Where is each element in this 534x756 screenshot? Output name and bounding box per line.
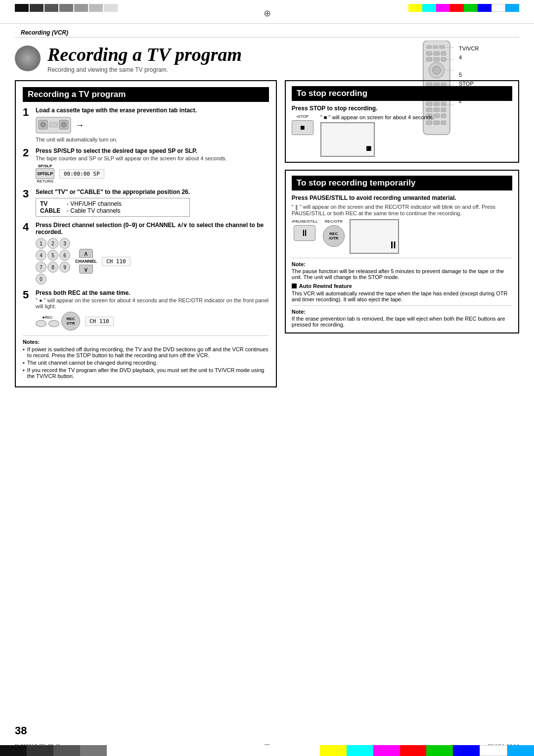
step-5: 5 Press both REC at the same time. " ● "… (23, 289, 269, 331)
stripe-6 (89, 4, 103, 12)
key-1: 1 (36, 238, 46, 249)
step-3: 3 Select "TV" or "CABLE" to the appropri… (23, 189, 269, 217)
svg-point-11 (433, 66, 441, 74)
rec-label-icon: ●REC (42, 315, 53, 320)
stop-recording-section: To stop recording Press STOP to stop rec… (285, 80, 519, 163)
final-note-desc: If the erase prevention tab is removed, … (292, 316, 512, 328)
spslp-btn-img: SP/SLP (36, 168, 54, 179)
right-column: To stop recording Press STOP to stop rec… (285, 80, 519, 387)
step-4-content: Press Direct channel selection (0–9) or … (36, 222, 269, 284)
bottom-stripe-white (480, 745, 507, 756)
svg-rect-6 (441, 51, 446, 55)
stop-button-area: •STOP ■ (292, 114, 313, 135)
step-4-title: Press Direct channel selection (0–9) or … (36, 222, 269, 236)
note-1-bullet: • (23, 346, 25, 358)
stop-illus-row: •STOP ■ " ■ " will appear on screen for … (292, 114, 512, 157)
step-3-number: 3 (23, 189, 32, 199)
svg-rect-41 (49, 122, 57, 127)
color-stripe-yellow (408, 4, 422, 12)
step-4-illus: 1 2 3 4 5 6 7 8 9 0 (36, 238, 269, 284)
key-6: 6 (59, 250, 70, 261)
step-5-title: Press both REC at the same time. (36, 289, 269, 296)
stop-screen-area: " ■ " will appear on screen for about 4 … (320, 114, 434, 157)
step-2-title: Press SP/SLP to select the desired tape … (36, 147, 227, 154)
svg-rect-8 (434, 57, 440, 61)
rec-btn-1 (36, 320, 46, 327)
note-1: • If power is switched off during record… (23, 346, 269, 358)
color-stripe-magenta (436, 4, 450, 12)
rec-buttons-illus: ●REC RECOTR (36, 312, 80, 331)
stripe-1 (15, 4, 29, 12)
step-5-illus: ●REC RECOTR CH 110 (36, 312, 269, 331)
return-label: RETURN (37, 179, 53, 184)
bottom-stripe-3 (53, 745, 80, 756)
stripe-3 (44, 4, 58, 12)
key-0: 0 (36, 274, 46, 284)
ch-display-4: CH 110 (102, 257, 131, 266)
pause-section-header: To stop recording temporarily (292, 176, 512, 190)
auto-rewind-section: Auto Rewind feature This VCR will automa… (292, 283, 512, 302)
pause-note-desc: The pause function will be released afte… (292, 268, 512, 280)
stripe-7 (104, 4, 118, 12)
numpad-grid: 1 2 3 4 5 6 7 8 9 0 (36, 238, 70, 284)
note-2-text: The unit channel cannot be changed durin… (27, 360, 158, 366)
step-1: 1 Load a cassette tape with the erase pr… (23, 107, 269, 142)
step-2-content: Press SP/SLP to select the desired tape … (36, 147, 227, 184)
stripe-4 (59, 4, 73, 12)
ch-display-5: CH 110 (85, 317, 114, 326)
key-7: 7 (36, 262, 46, 273)
color-stripe-blue (478, 4, 491, 12)
color-stripe-lightblue (505, 4, 519, 12)
cable-label: CABLE (40, 207, 65, 214)
bottom-stripe-green (426, 745, 453, 756)
right-stripes (408, 4, 519, 12)
remote-label-tvcvr: TV/VCR (459, 45, 493, 53)
bottom-stripe-cyan (347, 745, 373, 756)
counter-display: 00:00:00 SP (59, 169, 104, 179)
auto-rewind-header: Auto Rewind feature (292, 283, 512, 289)
channel-label: CHANNEL (75, 259, 97, 264)
ch-down-btn: ∨ (79, 265, 93, 274)
svg-rect-7 (426, 57, 432, 61)
left-stripes (15, 4, 118, 12)
pause-btn-area: •PAUSE/STILL ⏸ (292, 219, 318, 241)
svg-point-44 (61, 122, 66, 127)
stop-btn-label: •STOP (297, 114, 309, 119)
rec-otr-area: REC/OTR REC/OTR (323, 219, 345, 247)
bottom-stripe-1 (0, 745, 27, 756)
note-1-text: If power is switched off during recordin… (27, 346, 269, 358)
bottom-stripe-center (107, 745, 320, 756)
bottom-stripes (0, 745, 534, 756)
auto-rewind-desc: This VCR will automatically rewind the t… (292, 290, 512, 302)
bottom-stripe-lightblue (507, 745, 534, 756)
numpad-area: 1 2 3 4 5 6 7 8 9 0 (36, 238, 70, 284)
tv-val: - VHF/UHF channels (67, 200, 122, 207)
stripe-5 (74, 4, 88, 12)
pause-recording-section: To stop recording temporarily Press PAUS… (285, 170, 519, 333)
crosshair-top-icon: ⊕ (264, 8, 271, 19)
page-subtitle: Recording and viewing the same TV progra… (47, 66, 242, 73)
stop-instruction-title: Press STOP to stop recording. (292, 105, 512, 112)
cable-row: CABLE - Cable TV channels (40, 207, 185, 214)
step-5-desc: " ● " will appear on the screen for abou… (36, 297, 269, 309)
bottom-stripe-red (400, 745, 427, 756)
bottom-stripe-blue (453, 745, 480, 756)
stop-section-header: To stop recording (292, 86, 512, 101)
page-title-area: Recording a TV program Recording and vie… (15, 44, 242, 73)
bottom-stripe-4 (80, 745, 107, 756)
stop-screen-box: ■ (320, 122, 375, 157)
step-1-title: Load a cassette tape with the erase prev… (36, 107, 197, 114)
svg-rect-2 (433, 46, 438, 48)
header-bar: ⊕ (0, 0, 534, 24)
note-2-bullet: • (23, 360, 25, 366)
bottom-stripe-magenta (373, 745, 400, 756)
step-5-number: 5 (23, 289, 32, 300)
stop-symbol: ■ (366, 142, 372, 154)
pause-instruction-desc: " ‖ " will appear on the screen and the … (292, 204, 512, 216)
rec-otr-label: REC/OTR (325, 219, 343, 224)
pause-btn-img: ⏸ (294, 225, 315, 241)
main-layout: Recording a TV program 1 Load a cassette… (15, 80, 519, 387)
pause-symbol: II (391, 239, 396, 251)
key-8: 8 (47, 262, 58, 273)
step-3-content: Select "TV" or "CABLE" to the appropriat… (36, 189, 190, 217)
